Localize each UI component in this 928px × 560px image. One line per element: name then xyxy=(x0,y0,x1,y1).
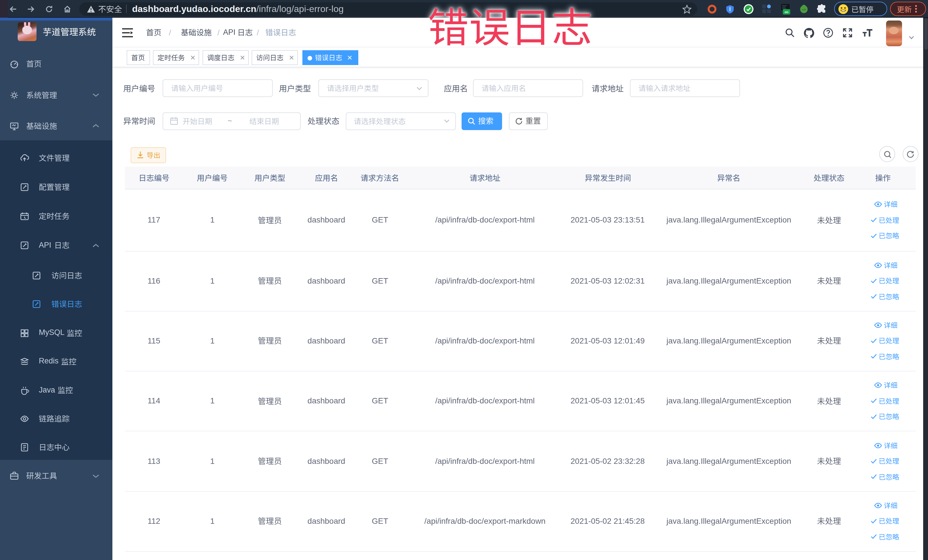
svg-text:on: on xyxy=(785,10,789,14)
